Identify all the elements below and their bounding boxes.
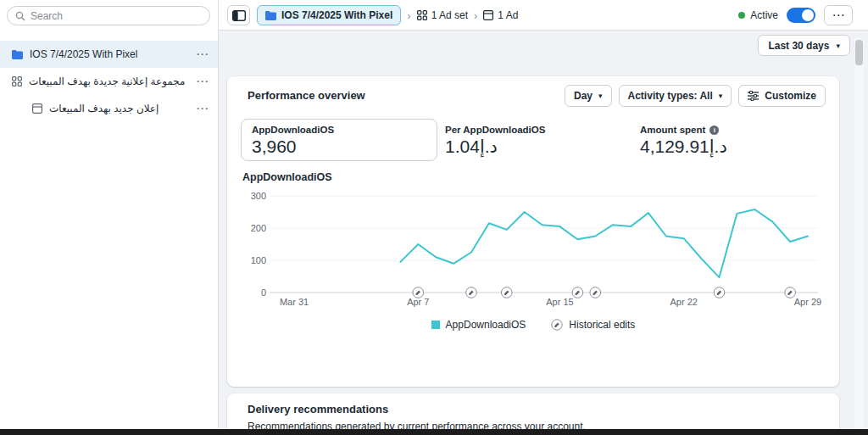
- metric-per-appdownloadios[interactable]: Per AppDownloadiOS 1.04د.إ: [445, 125, 545, 157]
- chart-legend: AppDownloadiOS Historical edits: [227, 319, 839, 331]
- window-bottom-edge: [0, 429, 868, 435]
- svg-text:100: 100: [251, 255, 266, 265]
- campaign-folder-icon: [265, 11, 276, 20]
- customize-label: Customize: [765, 90, 816, 102]
- chart-controls: Day ▾ Activity types: All ▾ Customize: [565, 85, 826, 107]
- customize-button[interactable]: Customize: [738, 85, 826, 107]
- metric-value: 3,960: [252, 137, 426, 157]
- card-title: Delivery recommendations: [248, 403, 388, 415]
- time-granularity-dropdown[interactable]: Day ▾: [565, 85, 612, 107]
- breadcrumb-label: 1 Ad set: [431, 9, 468, 21]
- historical-edit-marker: [590, 287, 601, 298]
- metric-label: AppDownloadiOS: [252, 125, 426, 135]
- chevron-down-icon: ▾: [836, 42, 840, 50]
- chart-title: AppDownloadiOS: [242, 171, 332, 183]
- metric-label: Amount spent: [640, 125, 727, 135]
- search-input[interactable]: [31, 10, 202, 22]
- performance-line-chart: 0100200300Mar 31Apr 7Apr 15Apr 22Apr 29: [244, 184, 829, 313]
- search-input-wrapper: [7, 6, 210, 25]
- svg-text:200: 200: [251, 223, 266, 233]
- metric-label: Per AppDownloadiOS: [445, 125, 545, 135]
- card-title: Performance overview: [248, 89, 365, 102]
- svg-text:Mar 31: Mar 31: [280, 297, 309, 307]
- legend-item-appdownloadios: AppDownloadiOS: [431, 319, 526, 331]
- historical-edit-marker: [413, 287, 424, 298]
- svg-text:0: 0: [261, 287, 266, 298]
- sidebar-item-ad[interactable]: إعلان جديد بهدف المبيعات ⋯: [0, 95, 218, 122]
- chevron-down-icon: ▾: [598, 92, 603, 100]
- historical-edit-marker: [466, 287, 477, 298]
- ads-manager-screen: IOS 7/4/2025 With Pixel ⋯ مجموعة إعلانية…: [0, 0, 868, 435]
- historical-edit-marker: [714, 287, 725, 298]
- collapse-sidebar-button[interactable]: [227, 5, 250, 25]
- svg-text:Apr 15: Apr 15: [546, 297, 573, 307]
- entity-sidebar: IOS 7/4/2025 With Pixel ⋯ مجموعة إعلانية…: [0, 0, 219, 429]
- historical-edit-pencil-icon: [551, 319, 563, 331]
- info-icon[interactable]: [709, 125, 719, 135]
- active-status-dot-icon: [738, 12, 745, 19]
- topbar-right-cluster: Active ⋯: [738, 0, 853, 31]
- breadcrumb-label: 1 Ad: [498, 9, 518, 21]
- scrollbar-thumb[interactable]: [855, 40, 863, 65]
- metric-amount-spent[interactable]: Amount spent 4,129.91د.إ: [640, 125, 727, 157]
- breadcrumb-campaign[interactable]: IOS 7/4/2025 With Pixel: [257, 5, 401, 25]
- campaign-folder-icon: [12, 50, 23, 59]
- breadcrumb-ad[interactable]: 1 Ad: [483, 9, 518, 21]
- sidebar-item-campaign[interactable]: IOS 7/4/2025 With Pixel ⋯: [0, 41, 218, 68]
- chevron-right-icon: ›: [474, 9, 477, 22]
- svg-text:Apr 22: Apr 22: [670, 297, 698, 307]
- status-label: Active: [750, 9, 778, 21]
- sidebar-item-menu-icon[interactable]: ⋯: [196, 47, 209, 62]
- toggle-knob: [802, 9, 814, 21]
- chevron-down-icon: ▾: [719, 92, 723, 100]
- breadcrumb-label: IOS 7/4/2025 With Pixel: [281, 9, 392, 21]
- sidebar-item-label: إعلان جديد بهدف المبيعات: [49, 103, 159, 114]
- breadcrumb-adset[interactable]: 1 Ad set: [417, 9, 468, 21]
- metric-value: 4,129.91د.إ: [640, 137, 727, 157]
- metric-value: 1.04د.إ: [445, 137, 545, 157]
- active-toggle[interactable]: [787, 8, 815, 23]
- sidebar-item-label: مجموعة إعلانية جديدة بهدف المبيعات: [29, 75, 185, 87]
- breadcrumb: IOS 7/4/2025 With Pixel › 1 Ad set › 1 A…: [257, 5, 518, 25]
- historical-edit-marker: [572, 287, 583, 298]
- chevron-right-icon: ›: [407, 9, 410, 22]
- vertical-scrollbar[interactable]: [854, 37, 864, 429]
- metric-card-appdownloadios[interactable]: AppDownloadiOS 3,960: [241, 119, 437, 161]
- more-options-button[interactable]: ⋯: [824, 5, 853, 25]
- svg-text:300: 300: [251, 191, 266, 201]
- dropdown-label: Activity types: All: [628, 90, 713, 102]
- historical-edit-marker: [501, 287, 512, 298]
- top-navigation-bar: IOS 7/4/2025 With Pixel › 1 Ad set › 1 A…: [219, 0, 868, 31]
- search-icon: [15, 11, 25, 21]
- legend-item-historical-edits: Historical edits: [551, 319, 635, 331]
- adjust-sliders-icon: [748, 91, 759, 101]
- ad-frame-icon: [483, 10, 493, 20]
- historical-edit-marker: [785, 287, 796, 298]
- entity-list: IOS 7/4/2025 With Pixel ⋯ مجموعة إعلانية…: [0, 41, 218, 122]
- sidebar-item-menu-icon[interactable]: ⋯: [196, 101, 209, 116]
- svg-text:Apr 29: Apr 29: [794, 297, 821, 307]
- ellipsis-icon: ⋯: [832, 8, 845, 23]
- sidebar-item-adset[interactable]: مجموعة إعلانية جديدة بهدف المبيعات ⋯: [0, 68, 218, 95]
- legend-label: Historical edits: [569, 319, 635, 331]
- status-badge: Active: [738, 9, 778, 21]
- panel-toggle-icon: [232, 10, 246, 21]
- sidebar-item-menu-icon[interactable]: ⋯: [196, 74, 209, 89]
- activity-types-dropdown[interactable]: Activity types: All ▾: [619, 85, 732, 107]
- date-range-label: Last 30 days: [768, 40, 829, 52]
- series-swatch-icon: [431, 321, 440, 329]
- ad-frame-icon: [32, 103, 42, 114]
- metric-label-text: Amount spent: [640, 125, 705, 135]
- ad-set-grid-icon: [12, 76, 22, 86]
- performance-overview-card: Performance overview Day ▾ Activity type…: [227, 76, 839, 387]
- sidebar-item-label: IOS 7/4/2025 With Pixel: [30, 48, 137, 60]
- ad-set-grid-icon: [417, 10, 427, 20]
- legend-label: AppDownloadiOS: [446, 319, 526, 331]
- dropdown-label: Day: [574, 90, 593, 102]
- delivery-recommendations-card: Delivery recommendations Recommendations…: [227, 393, 839, 434]
- date-range-button[interactable]: Last 30 days ▾: [758, 35, 850, 56]
